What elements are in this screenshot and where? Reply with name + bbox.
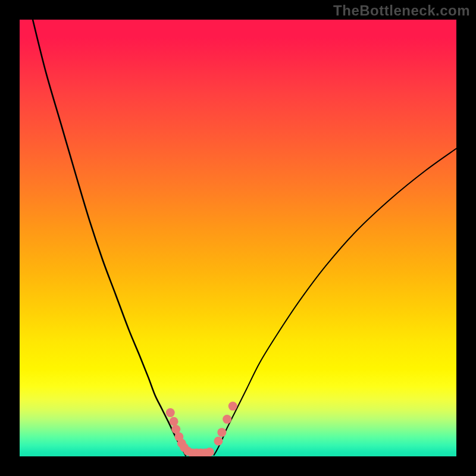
chart-frame: TheBottleneck.com (0, 0, 476, 476)
data-marker (205, 447, 214, 456)
data-marker (223, 415, 231, 424)
curve-left-curve (33, 20, 186, 456)
data-marker (214, 437, 223, 446)
curve-right-curve (214, 149, 456, 455)
data-marker (217, 428, 226, 437)
data-marker (170, 417, 178, 426)
plot-area (20, 20, 456, 456)
data-marker (166, 408, 175, 417)
watermark-text: TheBottleneck.com (333, 2, 470, 19)
curve-group (33, 20, 456, 456)
data-marker (228, 402, 237, 411)
curves-svg (20, 20, 456, 456)
